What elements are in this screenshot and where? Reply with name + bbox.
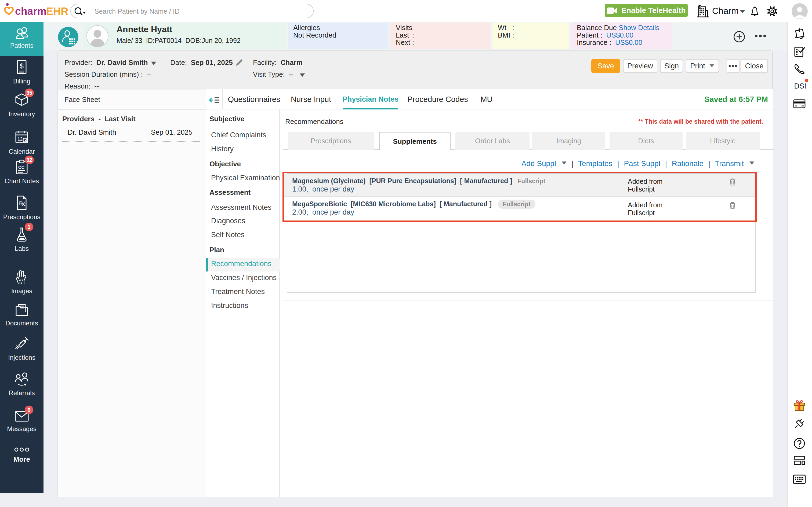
svg-text:CC: CC	[18, 165, 25, 170]
svg-text:$: $	[20, 62, 24, 70]
svg-text:12: 12	[17, 136, 22, 142]
